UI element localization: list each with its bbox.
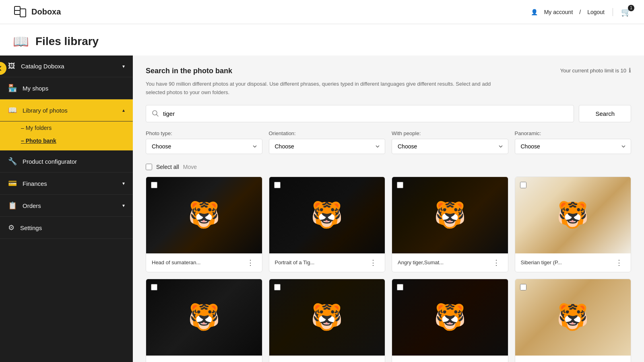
photo-card-3-menu[interactable]: ⋮	[490, 257, 502, 268]
logo[interactable]: Doboxa	[13, 5, 61, 19]
photo-bank-header: Search in the photo bank Your current ph…	[146, 67, 631, 75]
sidebar-item-library-label: Library of photos	[23, 107, 68, 114]
filter-panoramic: Panoramic: Choose	[515, 130, 632, 154]
photo-card-4-checkbox[interactable]	[520, 182, 526, 188]
filters-row: Photo type: Choose Orientation: Choose W…	[146, 130, 631, 154]
photo-card-6-menu[interactable]: ⋮	[367, 360, 379, 362]
photo-card-6-checkbox[interactable]	[274, 284, 281, 290]
filter-orientation-select[interactable]: Choose	[269, 139, 386, 154]
filter-with-people: With people: Choose	[392, 130, 508, 154]
photo-card-2-footer: Portrait of a Tig... ⋮	[269, 253, 385, 272]
my-account-link[interactable]: My account	[544, 9, 573, 15]
photo-card-6: 🐯 Tiger photo 6 ⋮	[269, 279, 386, 362]
chevron-left-icon	[0, 66, 3, 71]
filter-orientation-label: Orientation:	[269, 130, 386, 136]
finances-icon: 💳	[8, 179, 17, 188]
photo-card-1-image: 🐯	[146, 177, 262, 253]
sidebar-sub-my-folders-dash: –	[21, 125, 26, 131]
sidebar-item-product-config[interactable]: 🔧 Product configurator	[0, 150, 133, 173]
search-input[interactable]	[163, 105, 568, 122]
photo-card-1-menu[interactable]: ⋮	[244, 257, 256, 268]
sidebar-item-product-config-label: Product configurator	[23, 158, 77, 165]
page-wrapper: 📖 Files library 🖼 Catalog Doboxa ▾	[0, 24, 644, 362]
sidebar-item-settings-label: Settings	[20, 224, 42, 231]
sidebar-item-catalog-label: Catalog Doboxa	[21, 63, 64, 70]
sidebar-sub-library: – My folders – Photo bank	[0, 121, 133, 150]
photo-card-6-footer: Tiger photo 6 ⋮	[269, 356, 385, 362]
page-header-icon: 📖	[13, 34, 29, 49]
sidebar-item-finances-label: Finances	[23, 180, 47, 187]
photo-card-2-checkbox[interactable]	[274, 182, 281, 188]
photo-card-2: 🐯 Portrait of a Tig... ⋮	[269, 177, 386, 272]
sidebar-item-my-shops[interactable]: 🏪 My shops	[0, 77, 133, 99]
sidebar-item-finances[interactable]: 💳 Finances ▾	[0, 173, 133, 195]
photo-card-3: 🐯 Angry tiger,Sumat... ⋮	[392, 177, 508, 272]
photo-card-1-footer: Head of sumateran... ⋮	[146, 253, 262, 272]
product-config-icon: 🔧	[8, 157, 17, 166]
photo-card-4: 🐯 Siberian tiger (P... ⋮	[515, 177, 632, 272]
page-header: 📖 Files library	[0, 24, 644, 56]
photo-card-8-menu[interactable]: ⋮	[613, 360, 625, 362]
photo-card-4-title: Siberian tiger (P...	[521, 259, 613, 265]
page-title: Files library	[35, 35, 99, 48]
sidebar: 🖼 Catalog Doboxa ▾ 🏪 My shops 📖 Library …	[0, 56, 133, 362]
search-row: Search	[146, 105, 631, 122]
photo-card-8-footer: Tiger photo 8 ⋮	[515, 356, 631, 362]
photo-grid: 🐯 Head of sumateran... ⋮ 🐯 Portrait of a…	[146, 177, 631, 362]
photo-card-5-footer: Tiger photo 5 ⋮	[146, 356, 262, 362]
photo-card-4-menu[interactable]: ⋮	[613, 257, 625, 268]
photo-card-1-checkbox[interactable]	[151, 182, 157, 188]
photo-card-7-menu[interactable]: ⋮	[490, 360, 502, 362]
photo-card-8: 🐯 Tiger photo 8 ⋮	[515, 279, 632, 362]
photo-card-4-image: 🐯	[515, 177, 631, 253]
photo-card-2-image: 🐯	[269, 177, 385, 253]
photo-card-7-image: 🐯	[392, 279, 508, 356]
photo-card-2-title: Portrait of a Tig...	[275, 259, 367, 265]
sidebar-item-my-shops-label: My shops	[23, 85, 48, 92]
filter-photo-type-select[interactable]: Choose	[146, 139, 262, 154]
search-icon	[152, 110, 159, 117]
move-button[interactable]: Move	[183, 164, 197, 170]
main-content: Search in the photo bank Your current ph…	[133, 56, 644, 362]
select-all-checkbox[interactable]	[146, 164, 152, 170]
filter-with-people-select[interactable]: Choose	[392, 139, 508, 154]
filter-with-people-label: With people:	[392, 130, 508, 136]
photo-card-6-image: 🐯	[269, 279, 385, 356]
sidebar-item-orders[interactable]: 📋 Orders ▾	[0, 195, 133, 217]
photo-card-4-footer: Siberian tiger (P... ⋮	[515, 253, 631, 272]
photo-card-3-title: Angry tiger,Sumat...	[398, 259, 490, 265]
cart-icon[interactable]: 🛒 1	[621, 7, 631, 17]
topbar-divider	[613, 8, 613, 16]
search-button[interactable]: Search	[579, 105, 631, 122]
catalog-icon: 🖼	[8, 62, 15, 70]
photo-card-5-menu[interactable]: ⋮	[244, 360, 256, 362]
orders-icon: 📋	[8, 201, 17, 210]
photo-bank-title: Search in the photo bank	[146, 67, 232, 75]
sidebar-item-catalog[interactable]: 🖼 Catalog Doboxa ▾	[0, 56, 133, 77]
logo-icon	[13, 5, 27, 19]
photo-limit-info-icon[interactable]: ℹ	[629, 67, 631, 74]
library-chevron-icon: ▴	[122, 107, 125, 113]
finances-chevron-icon: ▾	[122, 181, 125, 186]
catalog-chevron-icon: ▾	[122, 64, 125, 69]
sidebar-item-library[interactable]: 📖 Library of photos ▴	[0, 99, 133, 121]
photo-card-5-image: 🐯	[146, 279, 262, 356]
sidebar-sub-photo-bank[interactable]: – Photo bank	[0, 134, 133, 147]
photo-card-5-checkbox[interactable]	[151, 284, 157, 290]
photo-card-3-checkbox[interactable]	[397, 182, 403, 188]
select-all-label: Select all	[156, 164, 179, 170]
photo-card-8-checkbox[interactable]	[520, 284, 526, 290]
logout-link[interactable]: Logout	[587, 9, 605, 15]
sidebar-sub-my-folders[interactable]: – My folders	[0, 121, 133, 134]
filter-panoramic-select[interactable]: Choose	[515, 139, 632, 154]
photo-card-7-checkbox[interactable]	[397, 284, 403, 290]
photo-card-1-title: Head of sumateran...	[152, 259, 244, 265]
photo-card-7: 🐯 Tiger photo 7 ⋮	[392, 279, 508, 362]
photo-card-2-menu[interactable]: ⋮	[367, 257, 379, 268]
filter-photo-type-label: Photo type:	[146, 130, 262, 136]
topbar-right: 👤 My account / Logout 🛒 1	[531, 7, 631, 17]
select-all-row: Select all Move	[146, 164, 631, 170]
photo-card-3-footer: Angry tiger,Sumat... ⋮	[392, 253, 508, 272]
sidebar-item-settings[interactable]: ⚙ Settings	[0, 217, 133, 239]
sidebar-item-orders-label: Orders	[23, 202, 41, 209]
